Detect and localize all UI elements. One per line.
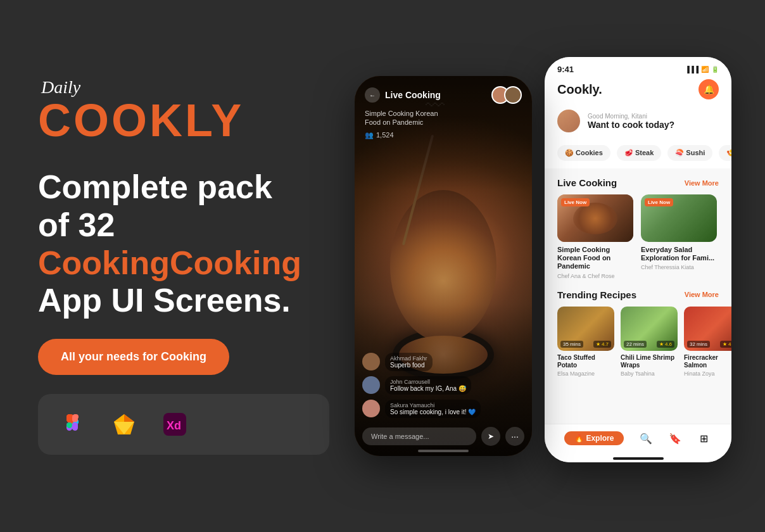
headline-line2: of 32 bbox=[38, 206, 115, 243]
live-card-1[interactable]: Live Now Simple Cooking Korean Food on P… bbox=[557, 194, 633, 279]
live-section-header: Live Cooking View More bbox=[545, 177, 731, 194]
recipe-card-2[interactable]: 22 mins ★ 4.6 Chili Lime Shrimp Wraps Ba… bbox=[621, 307, 678, 377]
comment-bubble-3: Sakura Yamauchi So simple cooking, i lov… bbox=[385, 400, 481, 418]
live-header-top: ← Live Cooking bbox=[365, 86, 522, 104]
trending-section: Trending Recipes View More 35 mins ★ 4.7… bbox=[545, 289, 731, 377]
viewers-icon: 👥 bbox=[365, 131, 374, 139]
headline-line3: App UI Screens. bbox=[38, 282, 291, 319]
live-viewers: 👥 1,524 bbox=[365, 131, 522, 139]
more-button[interactable]: ··· bbox=[505, 427, 524, 446]
app-bottom-nav: 🔥 Explore 🔍 🔖 ⊞ bbox=[545, 424, 731, 455]
status-icons: ▐▐▐ 📶 🔋 bbox=[685, 66, 719, 73]
home-bar bbox=[613, 457, 664, 460]
svg-rect-10 bbox=[66, 422, 72, 428]
recipe-name-3: Firecracker Salmon bbox=[684, 354, 731, 369]
recipe-time-2: 22 mins bbox=[624, 341, 647, 348]
phones-container: 〰 ← Live Cooking Simple Cooking KoreanFo bbox=[355, 57, 731, 462]
headline-highlight-text: Cooking bbox=[170, 244, 301, 281]
comment-name-3: Sakura Yamauchi bbox=[390, 402, 476, 408]
notification-button[interactable]: 🔔 bbox=[699, 79, 719, 99]
recipe-time-1: 35 mins bbox=[560, 341, 583, 348]
app-status-bar: 9:41 ▐▐▐ 📶 🔋 bbox=[545, 57, 731, 77]
nav-explore[interactable]: 🔥 Explore bbox=[564, 431, 624, 445]
live-cards: Live Now Simple Cooking Korean Food on P… bbox=[545, 194, 731, 289]
category-seafood[interactable]: 🍤 Seafo... bbox=[719, 145, 731, 161]
live-title: Live Cooking bbox=[385, 90, 441, 100]
viewer-count: 1,524 bbox=[376, 131, 394, 139]
live-input-bar: Write a message... ➤ ··· bbox=[362, 427, 524, 446]
trending-section-header: Trending Recipes View More bbox=[545, 289, 731, 307]
app-categories: 🍪 Cookies 🥩 Steak 🍣 Sushi 🍤 Seafo... bbox=[545, 140, 731, 168]
category-cookies[interactable]: 🍪 Cookies bbox=[557, 145, 610, 161]
live-avatars bbox=[491, 86, 522, 104]
live-card-chef-1: Chef Ana & Chef Rose bbox=[557, 273, 633, 279]
recipe-time-3: 32 mins bbox=[687, 341, 710, 348]
comment-avatar-1 bbox=[362, 353, 380, 370]
category-steak[interactable]: 🥩 Steak bbox=[617, 145, 661, 161]
recipe-author-3: Hinata Zoya bbox=[684, 370, 731, 377]
greeting-text: Good Morning, Kitani Want to cook today? bbox=[588, 113, 674, 130]
recipe-author-1: Elsa Magazine bbox=[557, 370, 614, 377]
grid-icon[interactable]: ⊞ bbox=[697, 431, 712, 446]
phone-live-screen: 〰 ← Live Cooking Simple Cooking KoreanFo bbox=[355, 76, 532, 456]
live-view-more[interactable]: View More bbox=[685, 179, 719, 187]
back-arrow-icon[interactable]: ← bbox=[365, 87, 380, 103]
comment-text-1: Superb food bbox=[390, 362, 427, 369]
app-scroll-content: Live Cooking View More Live Now bbox=[545, 168, 731, 424]
recipe-card-1[interactable]: 35 mins ★ 4.7 Taco Stuffed Potato Elsa M… bbox=[557, 307, 614, 377]
cta-button[interactable]: All your needs for Cooking bbox=[38, 339, 229, 375]
send-button[interactable]: ➤ bbox=[481, 427, 500, 446]
greeting-main: Want to cook today? bbox=[588, 120, 674, 130]
live-badge-2: Live Now bbox=[645, 198, 673, 206]
comment-1: Akhmad Fakhr Superb food bbox=[362, 353, 524, 371]
trending-section-title: Trending Recipes bbox=[557, 289, 636, 300]
search-icon[interactable]: 🔍 bbox=[638, 431, 654, 446]
comment-text-2: Follow back my IG, Ana 😅 bbox=[390, 385, 466, 392]
live-card-name-2: Everyday Salad Exploration for Fami... bbox=[641, 246, 717, 262]
headline-highlight: Cooking bbox=[38, 244, 170, 281]
phone-app-screen: 9:41 ▐▐▐ 📶 🔋 Cookly. 🔔 Good Morning, Kit… bbox=[545, 57, 731, 462]
live-badge-1: Live Now bbox=[561, 198, 590, 206]
live-message-input[interactable]: Write a message... bbox=[362, 428, 476, 445]
svg-rect-9 bbox=[72, 414, 78, 422]
tools-box: Xd bbox=[38, 394, 329, 455]
app-greeting: Good Morning, Kitani Want to cook today? bbox=[545, 107, 731, 140]
comment-bubble-1: Akhmad Fakhr Superb food bbox=[385, 353, 433, 371]
wifi-icon: 📶 bbox=[701, 66, 709, 73]
status-time: 9:41 bbox=[557, 65, 574, 74]
comment-text-3: So simple cooking, i love it! 💙 bbox=[390, 408, 476, 415]
nav-grid[interactable]: ⊞ bbox=[697, 431, 712, 446]
sketch-icon bbox=[109, 409, 139, 440]
nav-bookmark[interactable]: 🔖 bbox=[667, 431, 683, 446]
figma-icon bbox=[58, 409, 89, 440]
recipe-img-3: 32 mins ★ 4.7 bbox=[684, 307, 731, 351]
nav-search[interactable]: 🔍 bbox=[638, 431, 654, 446]
comment-3: Sakura Yamauchi So simple cooking, i lov… bbox=[362, 400, 524, 418]
greeting-sub: Good Morning, Kitani bbox=[588, 113, 674, 120]
category-sushi[interactable]: 🍣 Sushi bbox=[667, 145, 712, 161]
live-card-chef-2: Chef Theressia Kiata bbox=[641, 264, 717, 270]
live-card-2[interactable]: Live Now Everyday Salad Exploration for … bbox=[641, 194, 717, 279]
recipe-rating-1: ★ 4.7 bbox=[593, 341, 611, 348]
comment-avatar-2 bbox=[362, 376, 380, 394]
nav-explore-label[interactable]: 🔥 Explore bbox=[564, 431, 624, 445]
comment-avatar-3 bbox=[362, 400, 380, 417]
comment-2: John Carrousell Follow back my IG, Ana 😅 bbox=[362, 376, 524, 395]
home-indicator-live bbox=[418, 450, 469, 452]
recipe-name-1: Taco Stuffed Potato bbox=[557, 354, 614, 369]
comment-name-2: John Carrousell bbox=[390, 379, 466, 385]
headline: Complete pack of 32 CookingCooking App U… bbox=[38, 168, 329, 320]
user-avatar bbox=[557, 110, 580, 132]
recipe-rating-2: ★ 4.6 bbox=[657, 341, 674, 348]
bookmark-icon[interactable]: 🔖 bbox=[667, 431, 683, 446]
app-title: Cookly. bbox=[557, 82, 602, 97]
logo-cookly: COOKLY bbox=[38, 98, 329, 143]
trending-view-more[interactable]: View More bbox=[685, 291, 719, 298]
svg-rect-12 bbox=[72, 422, 78, 431]
home-indicator-app bbox=[545, 455, 731, 462]
svg-rect-8 bbox=[66, 414, 72, 422]
live-subtitle: Simple Cooking KoreanFood on Pandemic bbox=[365, 109, 522, 127]
recipe-card-3[interactable]: 32 mins ★ 4.7 Firecracker Salmon Hinata … bbox=[684, 307, 731, 377]
recipe-author-2: Baby Tsahina bbox=[621, 370, 678, 377]
recipe-name-2: Chili Lime Shrimp Wraps bbox=[621, 354, 678, 369]
